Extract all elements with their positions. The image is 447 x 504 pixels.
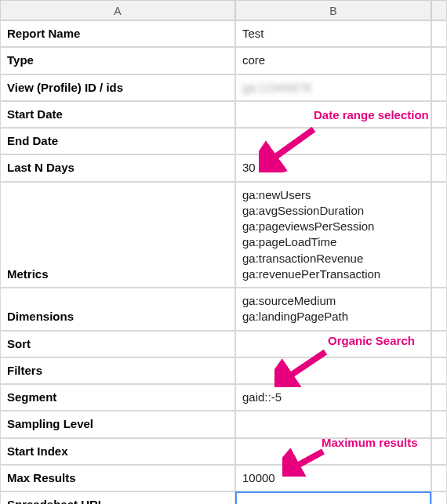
row-label[interactable]: Report Name [0,20,235,47]
row-label[interactable]: Start Date [0,101,235,128]
row-empty[interactable] [431,154,447,181]
row-empty[interactable] [431,331,447,357]
row-label[interactable]: Sampling Level [0,411,235,437]
row-empty[interactable] [431,465,447,491]
row-label[interactable]: End Date [0,128,235,154]
row-empty[interactable] [431,128,447,154]
col-header-c[interactable] [431,0,447,20]
row-value[interactable]: 30 [235,154,431,181]
row-label[interactable]: Segment [0,384,235,411]
row-empty[interactable] [431,288,447,331]
row-empty[interactable] [431,20,447,47]
row-empty[interactable] [431,411,447,437]
row-value[interactable]: Test [235,20,431,47]
row-value[interactable] [235,101,431,128]
row-label[interactable]: Max Results [0,465,235,491]
row-empty[interactable] [431,74,447,101]
row-empty[interactable] [431,491,447,504]
row-label[interactable]: Spreadsheet URL [0,491,235,504]
col-header-b[interactable]: B [235,0,431,20]
row-label[interactable]: Start Index [0,438,235,465]
row-value[interactable]: 10000 [235,465,431,491]
row-label[interactable]: Type [0,47,235,74]
row-empty[interactable] [431,101,447,128]
row-label[interactable]: Filters [0,357,235,384]
row-label[interactable]: Last N Days [0,154,235,181]
row-value[interactable]: ga:newUsers ga:avgSessionDuration ga:pag… [235,182,431,288]
col-header-a[interactable]: A [0,0,235,20]
row-value[interactable] [235,438,431,465]
row-value[interactable] [235,331,431,357]
row-value[interactable]: ga:12345678 [235,74,431,101]
row-label[interactable]: Sort [0,331,235,357]
row-empty[interactable] [431,47,447,74]
row-empty[interactable] [431,182,447,288]
row-value[interactable] [235,128,431,154]
row-value[interactable]: ga:sourceMedium ga:landingPagePath [235,288,431,331]
spreadsheet[interactable]: A B Report NameTestTypecoreView (Profile… [0,0,447,504]
row-value[interactable] [235,491,431,504]
row-value[interactable]: core [235,47,431,74]
row-value[interactable] [235,411,431,437]
row-empty[interactable] [431,357,447,384]
row-label[interactable]: Dimensions [0,288,235,331]
row-empty[interactable] [431,438,447,465]
row-empty[interactable] [431,384,447,411]
row-value[interactable]: gaid::-5 [235,384,431,411]
row-value[interactable] [235,357,431,384]
row-label[interactable]: View (Profile) ID / ids [0,74,235,101]
row-label[interactable]: Metrics [0,182,235,288]
